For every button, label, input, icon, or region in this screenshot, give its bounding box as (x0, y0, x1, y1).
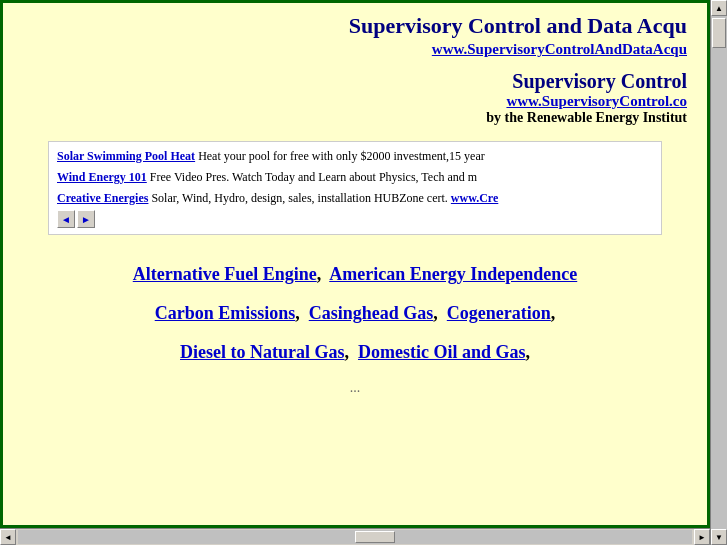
ad-desc-2-text: Free Video Pres. Watch Today and Learn a… (150, 170, 477, 184)
sub-url-link[interactable]: www.SupervisoryControl.co (18, 93, 692, 110)
sep-2: , (295, 303, 309, 323)
ad-item-2: Wind Energy 101 Free Video Pres. Watch T… (57, 169, 653, 186)
scroll-track-vertical[interactable] (711, 16, 727, 529)
browser-content: Supervisory Control and Data Acqu www.Su… (0, 0, 727, 545)
ad-desc-3-text: Solar, Wind, Hydro, design, sales, insta… (151, 191, 447, 205)
ad-extra-link-3[interactable]: www.Cre (451, 191, 498, 205)
nav-link-alt-fuel[interactable]: Alternative Fuel Engine (133, 264, 317, 284)
scroll-up-button[interactable]: ▲ (711, 0, 727, 16)
nav-row-3: Diesel to Natural Gas, Domestic Oil and … (18, 338, 692, 367)
ad-desc-1-text: Heat your pool for free with only $2000 … (198, 149, 485, 163)
ad-navigation: ◄ ► (57, 210, 653, 228)
scroll-track-horizontal[interactable] (18, 530, 692, 544)
sep-3: , (433, 303, 447, 323)
horizontal-scrollbar: ◄ ► (0, 528, 710, 545)
scroll-left-button[interactable]: ◄ (0, 529, 16, 545)
nav-links-section: Alternative Fuel Engine, American Energy… (18, 255, 692, 414)
nav-link-casinghead[interactable]: Casinghead Gas (309, 303, 434, 323)
scroll-right-button[interactable]: ► (694, 529, 710, 545)
nav-link-diesel[interactable]: Diesel to Natural Gas (180, 342, 344, 362)
sep-5: , (344, 342, 358, 362)
nav-link-american-energy[interactable]: American Energy Independence (329, 264, 577, 284)
sep-1: , (317, 264, 330, 284)
sep-6: , (526, 342, 531, 362)
main-title: Supervisory Control and Data Acqu (18, 13, 692, 39)
nav-link-carbon[interactable]: Carbon Emissions (155, 303, 296, 323)
ad-link-3[interactable]: Creative Energies (57, 191, 148, 205)
nav-link-cogeneration[interactable]: Cogeneration (447, 303, 551, 323)
nav-row-4-placeholder: ... (350, 380, 361, 395)
ad-item-3: Creative Energies Solar, Wind, Hydro, de… (57, 190, 653, 207)
vertical-scrollbar: ▲ ▼ (710, 0, 727, 545)
sep-4: , (551, 303, 556, 323)
sub-title: Supervisory Control (18, 70, 692, 93)
ad-prev-button[interactable]: ◄ (57, 210, 75, 228)
ads-container: Solar Swimming Pool Heat Heat your pool … (48, 141, 662, 235)
ad-next-button[interactable]: ► (77, 210, 95, 228)
ad-link-2[interactable]: Wind Energy 101 (57, 170, 147, 184)
scroll-down-button[interactable]: ▼ (711, 529, 727, 545)
nav-row-4: ... (18, 377, 692, 399)
nav-row-2: Carbon Emissions, Casinghead Gas, Cogene… (18, 299, 692, 328)
by-line: by the Renewable Energy Institut (18, 110, 692, 126)
main-url-link[interactable]: www.SupervisoryControlAndDataAcqu (18, 41, 692, 58)
nav-link-domestic[interactable]: Domestic Oil and Gas (358, 342, 526, 362)
nav-row-1: Alternative Fuel Engine, American Energy… (18, 260, 692, 289)
scroll-thumb-horizontal[interactable] (355, 531, 395, 543)
ad-item-1: Solar Swimming Pool Heat Heat your pool … (57, 148, 653, 165)
scroll-thumb-vertical[interactable] (712, 18, 726, 48)
ad-link-1[interactable]: Solar Swimming Pool Heat (57, 149, 195, 163)
page-content: Supervisory Control and Data Acqu www.Su… (0, 0, 710, 528)
